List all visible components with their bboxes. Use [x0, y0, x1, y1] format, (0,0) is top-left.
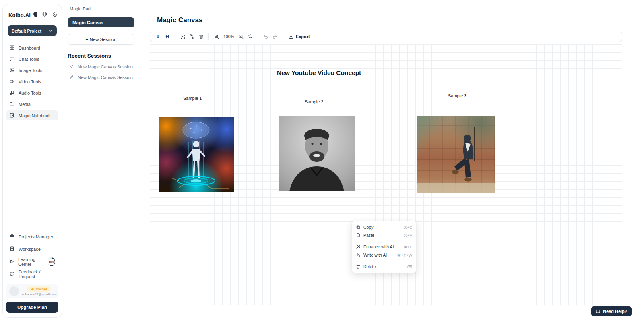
session-item-label: New Magic Canvas Session — [78, 64, 133, 69]
nav-label: Feedback / Request — [19, 269, 55, 279]
sidebar-item-media[interactable]: Media — [6, 99, 58, 109]
context-menu-enhance-with-ai[interactable]: Enhance with AI ⌘+E — [352, 243, 416, 251]
magic-canvas-surface[interactable]: New Youtube Video Concept Sample 1 Sampl… — [150, 44, 622, 305]
canvas-heading[interactable]: New Youtube Video Concept — [277, 69, 361, 77]
sidebar-item-dashboard[interactable]: Dashboard — [6, 43, 58, 53]
owner-badge: Owner — [27, 286, 51, 292]
need-help-label: Need Help? — [603, 309, 627, 314]
notebook-icon — [9, 112, 15, 119]
sidebar-item-chat-tools[interactable]: Chat Tools — [6, 54, 58, 64]
delete-button[interactable] — [196, 32, 206, 41]
nav-label: Workspace — [19, 247, 41, 252]
sidebar-item-learning-center[interactable]: Learning Center 66% — [6, 257, 58, 267]
globe-icon[interactable] — [42, 11, 47, 19]
logo-brain-icon — [32, 11, 39, 19]
trash-icon — [356, 264, 361, 269]
sample-1-label[interactable]: Sample 1 — [183, 96, 202, 101]
page-title: Magic Canvas — [157, 16, 202, 24]
sidebar-item-feedback[interactable]: Feedback / Request — [6, 269, 58, 279]
menu-item-label: Paste — [363, 233, 374, 238]
sidebar-item-audio-tools[interactable]: Audio Tools — [6, 88, 58, 98]
dashboard-icon — [9, 45, 15, 51]
context-menu-write-with-ai[interactable]: Write with AI ⌘+⇧+W — [352, 251, 416, 259]
menu-item-label: Enhance with AI — [363, 244, 394, 249]
moon-icon[interactable] — [52, 11, 58, 19]
zoom-level: 100% — [221, 34, 237, 39]
text-tool-button[interactable]: T — [153, 32, 163, 41]
session-item[interactable]: New Magic Canvas Session — [68, 75, 134, 80]
nav-label: Video Tools — [19, 79, 41, 84]
session-item-label: New Magic Canvas Session — [78, 75, 133, 80]
sparkle-icon — [356, 252, 361, 257]
nav-label: Dashboard — [19, 46, 40, 50]
new-session-button[interactable]: + New Session — [68, 34, 134, 45]
menu-item-label: Delete — [363, 264, 376, 269]
context-menu-copy[interactable]: Copy ⌘+C — [352, 223, 416, 231]
sidebar-item-workspace[interactable]: Workspace — [6, 244, 58, 254]
play-icon — [9, 259, 14, 265]
undo-button[interactable] — [261, 32, 270, 41]
toolbar-divider — [283, 33, 283, 40]
portrait-illustration — [279, 116, 355, 191]
magic-pad-item[interactable]: Magic Pad — [68, 6, 134, 12]
ai-robot-illustration — [159, 117, 234, 192]
heading-tool-glyph: H — [165, 34, 169, 39]
ai-select-button[interactable] — [178, 32, 187, 41]
user-email: zoharvan12@gmail.com — [22, 292, 56, 296]
menu-item-shortcut: ⌫ — [407, 265, 412, 269]
toolbar-divider — [258, 33, 258, 40]
menu-item-shortcut: ⌘+⇧+W — [397, 253, 412, 257]
pencil-icon — [69, 75, 74, 80]
sidebar-item-magic-notebook[interactable]: Magic Notebook — [6, 110, 58, 120]
nav-label: Learning Center — [18, 257, 44, 267]
project-selector-label: Default Project — [12, 29, 41, 33]
sample-3-label[interactable]: Sample 3 — [448, 93, 466, 98]
pencil-icon — [69, 64, 74, 69]
user-card[interactable]: Owner zoharvan12@gmail.com — [6, 284, 58, 298]
sidebar-item-projects-manager[interactable]: Projects Manager — [6, 232, 58, 242]
sample-3-image[interactable] — [417, 116, 495, 193]
crown-icon — [31, 287, 34, 291]
upgrade-plan-button[interactable]: Upgrade Plan — [6, 302, 58, 313]
project-selector[interactable]: Default Project — [8, 25, 57, 36]
menu-item-label: Copy — [363, 225, 374, 230]
sample-1-image[interactable] — [159, 117, 234, 192]
sidebar-item-video-tools[interactable]: Video Tools — [6, 77, 58, 87]
sample-2-image[interactable] — [279, 116, 355, 191]
magic-canvas-label: Magic Canvas — [72, 20, 103, 25]
sample-2-label[interactable]: Sample 2 — [305, 99, 323, 104]
owner-badge-label: Owner — [35, 287, 47, 291]
chat-icon — [9, 56, 15, 62]
text-tool-glyph: T — [156, 33, 159, 39]
zoom-out-button[interactable] — [237, 32, 246, 41]
app-sidebar: Kolbo.AI Default Project Dashboard — [2, 4, 62, 318]
copy-icon — [356, 225, 361, 230]
session-item[interactable]: New Magic Canvas Session — [68, 64, 134, 69]
paste-icon — [356, 233, 361, 238]
heading-tool-button[interactable]: H — [163, 32, 172, 41]
connector-button[interactable] — [187, 32, 196, 41]
nav-label: Audio Tools — [19, 91, 41, 95]
context-menu-paste[interactable]: Paste ⌘+V — [352, 231, 416, 239]
toolbar-divider — [208, 33, 209, 40]
reset-view-button[interactable] — [246, 32, 255, 41]
sessions-panel: Magic Pad Magic Canvas + New Session Rec… — [62, 0, 140, 327]
menu-item-shortcut: ⌘+V — [404, 233, 412, 238]
redo-button[interactable] — [270, 32, 280, 41]
context-menu-delete[interactable]: Delete ⌫ — [352, 263, 416, 271]
nav-label: Image Tools — [19, 68, 42, 73]
learning-progress-value: 66% — [48, 259, 55, 265]
media-icon — [9, 101, 15, 108]
wand-icon — [356, 244, 361, 249]
avatar — [9, 286, 19, 296]
learning-progress-ring: 66% — [48, 257, 55, 266]
menu-divider — [352, 261, 416, 261]
magic-canvas-item[interactable]: Magic Canvas — [68, 17, 134, 27]
sidebar-item-image-tools[interactable]: Image Tools — [6, 65, 58, 75]
export-label: Export — [296, 34, 310, 39]
audio-icon — [9, 90, 15, 96]
export-button[interactable]: Export — [286, 34, 312, 39]
video-icon — [9, 79, 15, 85]
zoom-in-button[interactable] — [212, 32, 221, 41]
need-help-button[interactable]: Need Help? — [591, 306, 632, 316]
